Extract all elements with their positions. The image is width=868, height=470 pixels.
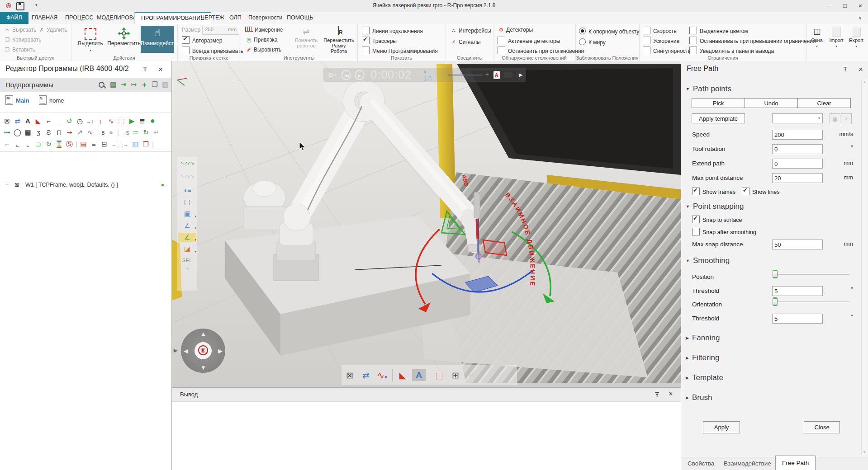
tool-icon[interactable]: ⇄ [12, 116, 23, 127]
tool-icon[interactable]: ↗ [75, 127, 85, 138]
navigation-wheel[interactable]: ▲ ▼ ◀ ▶ ® [181, 329, 225, 373]
collapse-ribbon-icon[interactable]: ∧ [858, 15, 862, 21]
swap-tool-icon[interactable]: ⇄ [358, 370, 374, 381]
tool-icon[interactable]: ⊟ [99, 139, 109, 150]
tool-icon[interactable]: ⇝ [64, 127, 75, 138]
active-detectors-checkbox[interactable]: Активные детекторы [498, 37, 560, 44]
tool-icon[interactable]: →S [120, 127, 130, 138]
nav-down-icon[interactable]: ▼ [200, 364, 206, 371]
nav-up-icon[interactable]: ▲ [200, 330, 206, 337]
play-button[interactable]: ▶ [355, 70, 364, 80]
view-cube-icon[interactable]: ◪▾ [178, 244, 196, 254]
pin-icon[interactable]: Ŧ [143, 65, 147, 73]
tool-icon[interactable]: ▥ [130, 139, 141, 150]
tool-icon[interactable]: ˍ [54, 116, 64, 127]
tool-icon[interactable]: ● [147, 115, 158, 126]
tool-icon[interactable]: ▦ [23, 127, 33, 138]
add-program-icon[interactable]: + [140, 80, 149, 89]
extend-path-input[interactable] [772, 159, 823, 169]
connection-lines-checkbox[interactable]: Линии подключения [362, 27, 423, 34]
program-item-home[interactable]: Shome [39, 95, 64, 105]
clear-button[interactable]: Clear [797, 98, 851, 108]
measure-button[interactable]: Измерение [245, 27, 283, 33]
template-combobox[interactable]: ▾ [772, 113, 823, 123]
maximize-button[interactable]: □ [837, 0, 853, 12]
singularity-checkbox[interactable]: Сингулярность [643, 47, 691, 54]
close-panel-icon[interactable]: × [158, 65, 163, 74]
tab-free-path[interactable]: Free Path [775, 456, 816, 470]
tool-icon[interactable]: ∿ [106, 116, 116, 127]
max-point-distance-input[interactable] [772, 173, 823, 183]
search-icon[interactable] [99, 82, 104, 88]
section-smoothing[interactable]: ▼Smoothing [686, 256, 730, 265]
minimize-button[interactable]: – [822, 0, 837, 12]
close-button[interactable]: × [853, 0, 868, 12]
position-slider[interactable] [773, 270, 849, 279]
interfaces-button[interactable]: ∴Интерфейсы [450, 28, 491, 34]
speed-limit-checkbox[interactable]: Скорость [643, 27, 677, 34]
3d-viewport[interactable]: ABB ВЗАИМНОЕ ДВИЖЕНИЕ ⚙ ▾ ◀ [172, 61, 681, 387]
pdf-export-icon[interactable]: A [493, 71, 500, 79]
size-input[interactable]: 250mm [202, 26, 239, 35]
align-button[interactable]: ∕∕Выровнять [245, 47, 281, 53]
tab-main[interactable]: ГЛАВНАЯ [25, 12, 64, 24]
tool-icon[interactable]: ⬚ [116, 116, 127, 127]
tool-icon[interactable]: ⌐ [43, 116, 54, 127]
section-filtering[interactable]: ▶Filtering [686, 353, 719, 362]
tool-icon[interactable]: ≡ [89, 139, 99, 150]
threshold-position-input[interactable] [772, 286, 823, 296]
apply-template-button[interactable]: Apply template [692, 113, 745, 123]
nav-play-icon[interactable]: ▶ [174, 346, 181, 355]
tool-icon[interactable]: :→ [120, 139, 130, 150]
tool-icon[interactable]: ≣ [137, 116, 147, 127]
tool-icon[interactable]: ◷ [75, 116, 85, 127]
close-button[interactable]: Close [804, 421, 840, 433]
zoom-fit-icon[interactable]: ↖↗↙↘ [178, 160, 196, 170]
program-item-main[interactable]: MMain [5, 95, 29, 105]
path-tool-icon[interactable]: ∿● [374, 370, 390, 381]
tracers-checkbox[interactable]: ✔Трассеры [362, 37, 397, 44]
slider-minus-icon[interactable]: – [442, 71, 445, 78]
tab-interaction[interactable]: Взаимодействие [721, 457, 774, 470]
import-button[interactable]: Import▾ [827, 26, 845, 54]
tool-icon[interactable]: ∿ [85, 127, 95, 138]
tool-icon[interactable]: ↓ [95, 116, 106, 127]
import-program-icon[interactable]: ⇥ [119, 80, 128, 89]
snap-button[interactable]: ◎Привязка [245, 37, 277, 43]
add-tool-icon[interactable]: ⊞ [447, 370, 464, 381]
tool-icon[interactable]: ↵ [151, 127, 161, 138]
lasso-icon[interactable]: ∽ [178, 263, 196, 273]
interact-button[interactable]: ☝ Взаимодействие [141, 26, 174, 53]
export-button[interactable]: Export▾ [847, 26, 865, 54]
acceleration-limit-checkbox[interactable]: Ускорение [643, 37, 679, 44]
slider-plus-icon[interactable]: + [485, 71, 489, 78]
scroll-up-icon[interactable]: ▲ [863, 80, 866, 84]
playback-settings-icon[interactable]: ⚙ [328, 71, 334, 79]
undo-button[interactable]: Undo [745, 98, 798, 108]
tool-icon[interactable]: ◣ [33, 116, 43, 127]
section-path-points[interactable]: ▼Path points [686, 85, 731, 94]
rewind-button[interactable]: ◀◀ [342, 70, 351, 80]
tool-icon[interactable]: ⊐ [33, 139, 43, 150]
nav-center-logo[interactable]: ® [194, 342, 212, 359]
highlight-checkbox[interactable]: Выделение цветом [689, 27, 748, 34]
section-point-snapping[interactable]: ▼Point snapping [686, 202, 744, 211]
nav-right-icon[interactable]: ▶ [218, 348, 223, 354]
move-button[interactable]: Переместить [107, 26, 141, 53]
projection-icon[interactable]: ◖≡ [178, 186, 196, 195]
close-panel-icon[interactable]: × [859, 65, 863, 74]
tool-icon[interactable]: ▶ [127, 116, 137, 127]
tool-icon[interactable]: ↺ [64, 116, 75, 127]
stop-on-collision-checkbox[interactable]: Остановить при столкновении [498, 47, 584, 54]
tab-help[interactable]: ПОМОЩЬ [280, 12, 320, 24]
detectors-button[interactable]: ⚙Детекторы [498, 27, 533, 33]
duplicate-program-icon[interactable]: ❐ [150, 80, 159, 89]
tool-icon[interactable]: ▤ [78, 139, 89, 150]
scroll-down-icon[interactable]: ▼ [863, 450, 866, 454]
ramp-tool-icon[interactable]: ◣ [394, 370, 411, 381]
slider-handle[interactable] [466, 72, 467, 78]
render-mode-icon[interactable]: ▢ [178, 197, 196, 207]
max-snap-distance-input[interactable] [772, 240, 823, 249]
video-record-icon[interactable] [503, 72, 512, 78]
tool-icon[interactable]: ⊠ [2, 116, 12, 127]
